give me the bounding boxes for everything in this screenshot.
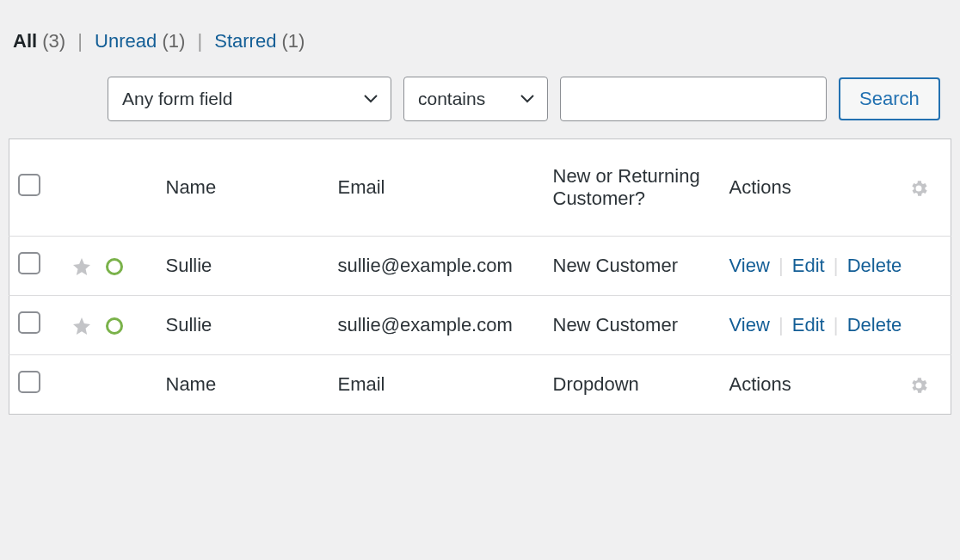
cell-customer: New Customer (545, 296, 721, 355)
cell-actions: View | Edit | Delete (721, 237, 951, 296)
footer-name: Name (157, 355, 329, 415)
table-footer-row: Name Email Dropdown Actions (9, 355, 951, 415)
entries-table: Name Email New or Returning Customer? Ac… (9, 138, 951, 415)
footer-customer: Dropdown (545, 355, 721, 415)
delete-link[interactable]: Delete (847, 255, 902, 276)
col-actions-header: Actions (721, 139, 900, 237)
separator: | (77, 30, 83, 52)
edit-link[interactable]: Edit (792, 314, 825, 335)
cell-customer: New Customer (545, 237, 721, 296)
view-link[interactable]: View (729, 314, 770, 335)
footer-actions: Actions (721, 355, 900, 415)
search-input[interactable] (560, 77, 827, 121)
separator: | (778, 314, 784, 335)
table-row: Sullie sullie@example.com New Customer V… (9, 237, 951, 296)
filter-links: All (3) | Unread (1) | Starred (1) (13, 30, 947, 52)
unread-indicator-icon[interactable] (106, 258, 123, 275)
cell-name: Sullie (157, 296, 329, 355)
filter-unread[interactable]: Unread (1) (95, 30, 190, 52)
cell-email: sullie@example.com (329, 237, 545, 296)
delete-link[interactable]: Delete (847, 314, 902, 335)
select-all-checkbox-footer[interactable] (18, 371, 40, 393)
cell-email: sullie@example.com (329, 296, 545, 355)
cell-name: Sullie (157, 237, 329, 296)
select-all-checkbox[interactable] (18, 174, 40, 196)
table-row: Sullie sullie@example.com New Customer V… (9, 296, 951, 355)
cell-actions: View | Edit | Delete (721, 296, 951, 355)
search-row: Any form field contains Search (13, 77, 947, 121)
filter-all[interactable]: All (3) (13, 30, 71, 52)
gear-icon[interactable] (908, 375, 929, 396)
star-icon[interactable] (71, 256, 92, 277)
chevron-down-icon (363, 91, 378, 107)
edit-link[interactable]: Edit (792, 255, 825, 276)
col-customer-header[interactable]: New or Returning Customer? (545, 139, 721, 237)
row-checkbox[interactable] (18, 311, 40, 334)
view-link[interactable]: View (729, 255, 770, 276)
separator: | (834, 255, 839, 276)
col-email-header[interactable]: Email (329, 139, 545, 237)
col-name-header[interactable]: Name (157, 139, 329, 237)
separator: | (197, 30, 202, 52)
filter-starred[interactable]: Starred (1) (214, 30, 305, 52)
separator: | (834, 314, 839, 335)
table-header-row: Name Email New or Returning Customer? Ac… (9, 139, 951, 237)
search-field-select[interactable]: Any form field (108, 77, 391, 121)
separator: | (778, 255, 784, 276)
row-checkbox[interactable] (18, 252, 40, 274)
search-operator-select[interactable]: contains (403, 77, 548, 121)
search-button[interactable]: Search (839, 77, 940, 120)
gear-icon[interactable] (908, 178, 929, 199)
star-icon[interactable] (71, 316, 92, 336)
unread-indicator-icon[interactable] (106, 317, 123, 335)
footer-email: Email (329, 355, 545, 415)
chevron-down-icon (520, 91, 535, 107)
